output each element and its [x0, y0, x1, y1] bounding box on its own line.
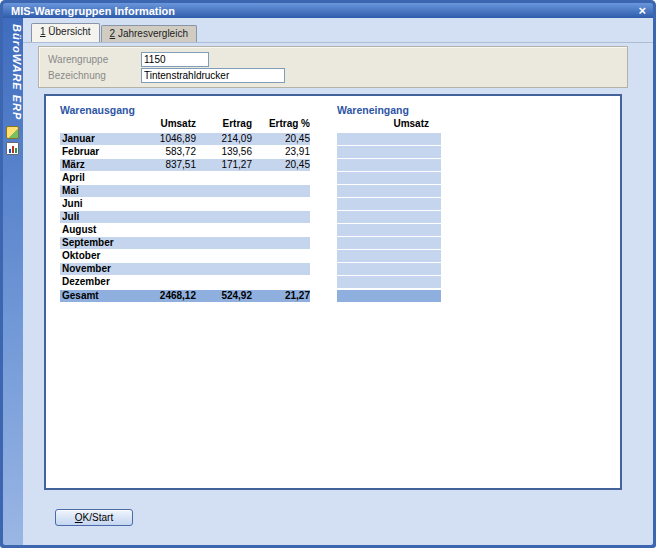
- table-row[interactable]: April: [60, 172, 310, 184]
- incoming-row[interactable]: [337, 133, 441, 145]
- month-label: August: [60, 224, 120, 236]
- total-ertrag-pct: 21,27: [252, 290, 310, 302]
- table-row[interactable]: März837,51171,2720,45: [60, 159, 310, 171]
- table-row[interactable]: Oktober: [60, 250, 310, 262]
- ertrag-pct-value: 20,45: [252, 159, 310, 171]
- tab-jahresvergleich[interactable]: 2 Jahresvergleich: [101, 25, 197, 42]
- month-label: Juni: [60, 198, 120, 210]
- bezeichnung-input[interactable]: [141, 68, 285, 83]
- incoming-row[interactable]: [337, 263, 441, 275]
- bezeichnung-label: Bezeichnung: [48, 70, 106, 81]
- titlebar[interactable]: MIS-Warengruppen Information ×: [3, 3, 653, 18]
- incoming-row[interactable]: [337, 276, 441, 288]
- warenausgang-header-row: Umsatz Ertrag Ertrag %: [60, 118, 310, 131]
- incoming-row[interactable]: [337, 224, 441, 236]
- tab-jahresvergleich-label: 2 Jahresvergleich: [110, 28, 188, 39]
- table-row[interactable]: Juli: [60, 211, 310, 223]
- wareneingang-table: Umsatz: [337, 118, 441, 303]
- umsatz-value: [120, 224, 196, 236]
- ertrag-pct-value: [252, 185, 310, 197]
- tab-uebersicht[interactable]: 1 Übersicht: [31, 23, 100, 42]
- ertrag-value: [196, 250, 252, 262]
- incoming-row[interactable]: [337, 211, 441, 223]
- ertrag-value: 139,56: [196, 146, 252, 158]
- ertrag-pct-value: 23,91: [252, 146, 310, 158]
- header-form: Warengruppe Bezeichnung: [38, 46, 628, 88]
- ertrag-value: [196, 198, 252, 210]
- month-label: November: [60, 263, 120, 275]
- incoming-total-row[interactable]: [337, 290, 441, 302]
- total-label: Gesamt: [60, 290, 120, 302]
- wareneingang-header-row: Umsatz: [337, 118, 441, 131]
- umsatz-value: [120, 276, 196, 288]
- incoming-row[interactable]: [337, 146, 441, 158]
- close-icon[interactable]: ×: [638, 4, 646, 17]
- tab-uebersicht-label: 1 Übersicht: [40, 26, 91, 37]
- content-area: 1 Übersicht 2 Jahresvergleich Warengrupp…: [23, 18, 653, 545]
- table-row[interactable]: September: [60, 237, 310, 249]
- table-row[interactable]: Juni: [60, 198, 310, 210]
- warengruppe-label: Warengruppe: [48, 54, 108, 65]
- outgoing-body: Januar1046,89214,0920,45Februar583,72139…: [60, 133, 310, 302]
- table-row[interactable]: Mai: [60, 185, 310, 197]
- ertrag-pct-value: [252, 211, 310, 223]
- ertrag-value: [196, 276, 252, 288]
- month-label: Dezember: [60, 276, 120, 288]
- ertrag-value: [196, 224, 252, 236]
- col-month: [60, 118, 120, 131]
- sidebar: BüroWARE ERP: [3, 18, 23, 545]
- umsatz-value: 1046,89: [120, 133, 196, 145]
- umsatz-value: 583,72: [120, 146, 196, 158]
- incoming-row[interactable]: [337, 198, 441, 210]
- table-row[interactable]: Dezember: [60, 276, 310, 288]
- ertrag-value: [196, 237, 252, 249]
- table-row[interactable]: November: [60, 263, 310, 275]
- month-label: Oktober: [60, 250, 120, 262]
- table-row[interactable]: Januar1046,89214,0920,45: [60, 133, 310, 145]
- total-umsatz: 2468,12: [120, 290, 196, 302]
- umsatz-value: [120, 250, 196, 262]
- month-label: Februar: [60, 146, 120, 158]
- note-icon[interactable]: [6, 126, 19, 139]
- warengruppe-input[interactable]: [141, 52, 209, 67]
- month-label: Juli: [60, 211, 120, 223]
- incoming-row[interactable]: [337, 159, 441, 171]
- month-label: März: [60, 159, 120, 171]
- table-row[interactable]: Februar583,72139,5623,91: [60, 146, 310, 158]
- ertrag-pct-value: [252, 237, 310, 249]
- chart-icon-bar: [15, 148, 17, 153]
- ok-start-button[interactable]: OK/Start: [55, 509, 133, 526]
- umsatz-value: [120, 172, 196, 184]
- total-row[interactable]: Gesamt2468,12524,9221,27: [60, 290, 310, 302]
- col-umsatz-in: Umsatz: [337, 118, 441, 131]
- table-row[interactable]: August: [60, 224, 310, 236]
- umsatz-value: [120, 237, 196, 249]
- total-ertrag: 524,92: [196, 290, 252, 302]
- ertrag-value: [196, 172, 252, 184]
- month-label: Mai: [60, 185, 120, 197]
- umsatz-value: [120, 211, 196, 223]
- month-label: April: [60, 172, 120, 184]
- ertrag-pct-value: [252, 224, 310, 236]
- window-title: MIS-Warengruppen Information: [3, 5, 175, 17]
- ertrag-value: [196, 211, 252, 223]
- chart-icon-bar: [12, 146, 14, 153]
- ertrag-pct-value: 20,45: [252, 133, 310, 145]
- tab-divider: [23, 42, 653, 43]
- wareneingang-title: Wareneingang: [337, 104, 409, 116]
- incoming-row[interactable]: [337, 185, 441, 197]
- incoming-row[interactable]: [337, 237, 441, 249]
- ertrag-value: 214,09: [196, 133, 252, 145]
- warenausgang-table: Umsatz Ertrag Ertrag % Januar1046,89214,…: [60, 118, 310, 303]
- month-label: September: [60, 237, 120, 249]
- chart-icon[interactable]: [6, 142, 19, 155]
- ertrag-pct-value: [252, 263, 310, 275]
- col-umsatz: Umsatz: [120, 118, 196, 131]
- ertrag-pct-value: [252, 276, 310, 288]
- umsatz-value: [120, 263, 196, 275]
- incoming-row[interactable]: [337, 250, 441, 262]
- incoming-row[interactable]: [337, 172, 441, 184]
- col-ertrag-pct: Ertrag %: [252, 118, 310, 131]
- tab-bar: 1 Übersicht 2 Jahresvergleich: [31, 24, 198, 42]
- col-ertrag: Ertrag: [196, 118, 252, 131]
